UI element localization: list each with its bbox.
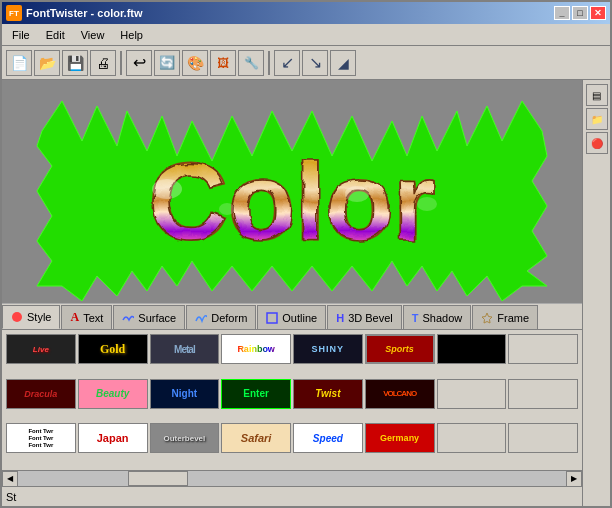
tab-3d-bevel[interactable]: H 3D Bevel bbox=[327, 305, 402, 329]
style-thumb-extra6 bbox=[508, 423, 578, 453]
window-title: FontTwister - color.ftw bbox=[26, 7, 554, 19]
sidebar-btn-3[interactable]: 🔴 bbox=[586, 132, 608, 154]
style-thumb-rainbow[interactable]: Rainbow bbox=[221, 334, 291, 364]
canvas-area: Color bbox=[2, 80, 582, 303]
style-thumb-extra4 bbox=[508, 379, 578, 409]
app-icon: FT bbox=[6, 5, 22, 21]
style-thumb-font-twister[interactable]: Font TwrFont TwrFont Twr bbox=[6, 423, 76, 453]
sidebar-btn-1[interactable]: ▤ bbox=[586, 84, 608, 106]
text-tab-icon: A bbox=[70, 310, 79, 325]
save-button[interactable]: 💾 bbox=[62, 50, 88, 76]
tabs-row: Style A Text Surface bbox=[2, 304, 582, 330]
main-area: Color bbox=[2, 80, 610, 506]
arrow-left-button[interactable]: ↙ bbox=[274, 50, 300, 76]
style-thumb-beauty[interactable]: Beauty bbox=[78, 379, 148, 409]
tab-outline[interactable]: Outline bbox=[257, 305, 326, 329]
svg-text:Color: Color bbox=[148, 139, 435, 262]
close-button[interactable]: ✕ bbox=[590, 6, 606, 20]
menu-file[interactable]: File bbox=[4, 27, 38, 43]
shadow-tab-icon: T bbox=[412, 312, 419, 324]
style-thumb-extra1 bbox=[437, 334, 507, 364]
title-bar: FT FontTwister - color.ftw _ □ ✕ bbox=[2, 2, 610, 24]
tab-style[interactable]: Style bbox=[2, 305, 60, 329]
scroll-right-button[interactable]: ▶ bbox=[566, 471, 582, 487]
style-tab-icon bbox=[11, 311, 23, 323]
undo-button[interactable]: ↩ bbox=[126, 50, 152, 76]
scroll-left-button[interactable]: ◀ bbox=[2, 471, 18, 487]
style-thumb-shiny[interactable]: SHINY bbox=[293, 334, 363, 364]
redo-button[interactable]: 🔄 bbox=[154, 50, 180, 76]
window-controls: _ □ ✕ bbox=[554, 6, 606, 20]
surface-tab-icon bbox=[122, 312, 134, 324]
color-button[interactable]: 🎨 bbox=[182, 50, 208, 76]
style-thumb-gold[interactable]: Gold bbox=[78, 334, 148, 364]
scroll-thumb[interactable] bbox=[128, 471, 188, 486]
style-thumb-enter[interactable]: Enter bbox=[221, 379, 291, 409]
svg-rect-8 bbox=[267, 313, 277, 323]
style-thumb-night[interactable]: Night bbox=[150, 379, 220, 409]
toolbar-sep-1 bbox=[120, 51, 122, 75]
toolbar-sep-2 bbox=[268, 51, 270, 75]
style-thumb-sports[interactable]: Sports bbox=[365, 334, 435, 364]
color-text-svg: Color bbox=[7, 80, 577, 303]
svg-point-4 bbox=[219, 203, 235, 215]
sidebar-btn-2[interactable]: 📁 bbox=[586, 108, 608, 130]
right-sidebar: ▤ 📁 🔴 bbox=[582, 80, 610, 506]
menu-edit[interactable]: Edit bbox=[38, 27, 73, 43]
style-thumb-japan[interactable]: Japan bbox=[78, 423, 148, 453]
status-text: St bbox=[6, 491, 16, 503]
3d-bevel-tab-icon: H bbox=[336, 312, 344, 324]
arrow-right-button[interactable]: ↘ bbox=[302, 50, 328, 76]
style-thumb-extra5 bbox=[437, 423, 507, 453]
print-button[interactable]: 🖨 bbox=[90, 50, 116, 76]
style-thumb-twist[interactable]: Twist bbox=[293, 379, 363, 409]
style-grid: Live Gold Metal Rainbow SHINY bbox=[2, 330, 582, 470]
outline-tab-icon bbox=[266, 312, 278, 324]
tab-frame[interactable]: Frame bbox=[472, 305, 538, 329]
svg-point-5 bbox=[345, 186, 369, 202]
tab-surface[interactable]: Surface bbox=[113, 305, 185, 329]
svg-point-3 bbox=[152, 179, 182, 199]
bottom-panel: Style A Text Surface bbox=[2, 303, 582, 486]
tab-text[interactable]: A Text bbox=[61, 305, 112, 329]
tools-button[interactable]: 🔧 bbox=[238, 50, 264, 76]
deform-tab-icon bbox=[195, 312, 207, 324]
h-scrollbar: ◀ ▶ bbox=[2, 470, 582, 486]
svg-point-7 bbox=[12, 312, 22, 322]
diagonal-button[interactable]: ◢ bbox=[330, 50, 356, 76]
minimize-button[interactable]: _ bbox=[554, 6, 570, 20]
style-thumb-volcano[interactable]: VOLCANO bbox=[365, 379, 435, 409]
style-thumb-metal[interactable]: Metal bbox=[150, 334, 220, 364]
open-button[interactable]: 📂 bbox=[34, 50, 60, 76]
style-thumb-safari[interactable]: Safari bbox=[221, 423, 291, 453]
new-button[interactable]: 📄 bbox=[6, 50, 32, 76]
tab-shadow[interactable]: T Shadow bbox=[403, 305, 472, 329]
toolbar: 📄 📂 💾 🖨 ↩ 🔄 🎨 🖼 🔧 ↙ ↘ ◢ bbox=[2, 46, 610, 80]
menu-help[interactable]: Help bbox=[112, 27, 151, 43]
style-thumb-dracula[interactable]: Dracula bbox=[6, 379, 76, 409]
frame-tab-icon bbox=[481, 312, 493, 324]
style-thumb-extra3 bbox=[437, 379, 507, 409]
main-window: FT FontTwister - color.ftw _ □ ✕ File Ed… bbox=[0, 0, 612, 508]
style-thumb-speed[interactable]: Speed bbox=[293, 423, 363, 453]
menu-bar: File Edit View Help bbox=[2, 24, 610, 46]
svg-point-6 bbox=[417, 197, 437, 211]
status-bar: St bbox=[2, 486, 582, 506]
tab-deform[interactable]: Deform bbox=[186, 305, 256, 329]
image-button[interactable]: 🖼 bbox=[210, 50, 236, 76]
style-thumb-outerbevel[interactable]: Outerbevel bbox=[150, 423, 220, 453]
style-thumb-live[interactable]: Live bbox=[6, 334, 76, 364]
style-thumb-germany[interactable]: Germany bbox=[365, 423, 435, 453]
menu-view[interactable]: View bbox=[73, 27, 113, 43]
maximize-button[interactable]: □ bbox=[572, 6, 588, 20]
style-thumb-extra2 bbox=[508, 334, 578, 364]
scroll-track[interactable] bbox=[18, 471, 566, 486]
